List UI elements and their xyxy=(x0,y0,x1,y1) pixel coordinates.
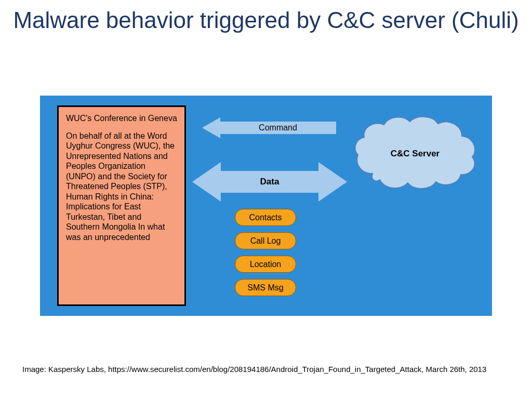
command-arrow: Command xyxy=(202,117,336,138)
phishing-email-box: WUC's Conference in Geneva On behalf of … xyxy=(57,105,186,306)
cloud-label: C&C Server xyxy=(350,113,481,194)
image-credit: Image: Kaspersky Labs, https://www.secur… xyxy=(22,365,511,374)
diagram-panel: WUC's Conference in Geneva On behalf of … xyxy=(40,96,492,316)
data-type-pill: Contacts xyxy=(235,209,296,226)
slide: Malware behavior triggered by C&C server… xyxy=(0,0,532,399)
command-arrow-label: Command xyxy=(220,122,336,134)
data-arrow: Data xyxy=(192,162,347,202)
data-arrow-label: Data xyxy=(192,162,347,202)
cc-server-cloud: C&C Server xyxy=(350,113,481,194)
arrow-left-head-icon xyxy=(202,117,220,138)
email-heading: WUC's Conference in Geneva xyxy=(66,113,177,124)
data-type-pill: Call Log xyxy=(235,232,296,249)
data-type-pill: SMS Msg xyxy=(235,279,296,296)
email-body: On behalf of all at the Word Uyghur Cong… xyxy=(66,131,177,243)
data-type-list: Contacts Call Log Location SMS Msg xyxy=(235,209,303,296)
slide-title: Malware behavior triggered by C&C server… xyxy=(0,7,532,34)
data-type-pill: Location xyxy=(235,256,296,273)
